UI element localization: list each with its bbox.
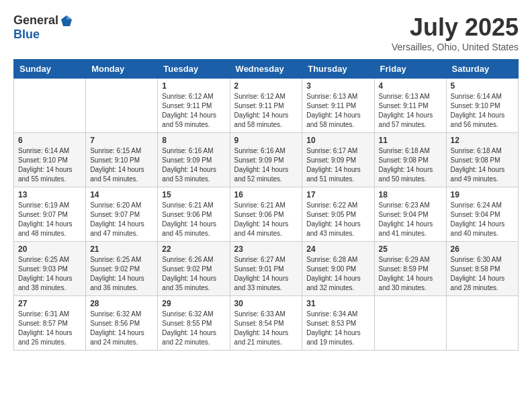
calendar-cell: 26Sunrise: 6:30 AM Sunset: 8:58 PM Dayli… — [446, 242, 518, 296]
calendar-cell: 30Sunrise: 6:33 AM Sunset: 8:54 PM Dayli… — [230, 296, 302, 351]
calendar-cell: 19Sunrise: 6:24 AM Sunset: 9:04 PM Dayli… — [446, 187, 518, 242]
calendar-cell: 14Sunrise: 6:20 AM Sunset: 9:07 PM Dayli… — [86, 187, 158, 242]
day-info: Sunrise: 6:25 AM Sunset: 9:02 PM Dayligh… — [90, 255, 153, 293]
day-info: Sunrise: 6:26 AM Sunset: 9:02 PM Dayligh… — [162, 255, 225, 293]
calendar-header-friday: Friday — [374, 60, 446, 79]
day-info: Sunrise: 6:17 AM Sunset: 9:09 PM Dayligh… — [306, 146, 369, 184]
day-info: Sunrise: 6:16 AM Sunset: 9:09 PM Dayligh… — [234, 146, 298, 184]
calendar-week-2: 6Sunrise: 6:14 AM Sunset: 9:10 PM Daylig… — [14, 133, 519, 187]
day-number: 9 — [234, 136, 298, 145]
day-number: 5 — [451, 81, 514, 91]
calendar-cell: 9Sunrise: 6:16 AM Sunset: 9:09 PM Daylig… — [230, 133, 302, 187]
calendar-cell: 3Sunrise: 6:13 AM Sunset: 9:11 PM Daylig… — [302, 79, 374, 133]
calendar-cell: 4Sunrise: 6:13 AM Sunset: 9:11 PM Daylig… — [374, 79, 446, 133]
day-info: Sunrise: 6:21 AM Sunset: 9:06 PM Dayligh… — [234, 201, 298, 238]
calendar-cell: 7Sunrise: 6:15 AM Sunset: 9:10 PM Daylig… — [86, 133, 158, 187]
calendar-cell — [446, 296, 518, 351]
calendar-cell: 21Sunrise: 6:25 AM Sunset: 9:02 PM Dayli… — [86, 242, 158, 296]
calendar-cell — [374, 296, 446, 351]
day-info: Sunrise: 6:18 AM Sunset: 9:08 PM Dayligh… — [451, 146, 514, 184]
calendar-cell: 28Sunrise: 6:32 AM Sunset: 8:56 PM Dayli… — [86, 296, 158, 351]
svg-marker-1 — [66, 15, 72, 19]
calendar-cell — [14, 79, 86, 133]
day-number: 7 — [90, 136, 153, 145]
calendar-cell: 6Sunrise: 6:14 AM Sunset: 9:10 PM Daylig… — [14, 133, 86, 187]
day-number: 21 — [90, 244, 153, 254]
day-info: Sunrise: 6:12 AM Sunset: 9:11 PM Dayligh… — [234, 92, 298, 130]
day-number: 28 — [90, 299, 153, 308]
day-info: Sunrise: 6:20 AM Sunset: 9:07 PM Dayligh… — [90, 201, 153, 238]
calendar-header-saturday: Saturday — [446, 60, 518, 79]
day-info: Sunrise: 6:32 AM Sunset: 8:56 PM Dayligh… — [90, 310, 153, 347]
calendar-cell: 24Sunrise: 6:28 AM Sunset: 9:00 PM Dayli… — [302, 242, 374, 296]
day-number: 13 — [18, 190, 81, 199]
page-header: General Blue July 2025 Versailles, Ohio,… — [13, 13, 519, 52]
day-info: Sunrise: 6:23 AM Sunset: 9:04 PM Dayligh… — [379, 201, 442, 238]
day-info: Sunrise: 6:32 AM Sunset: 8:55 PM Dayligh… — [162, 310, 225, 347]
day-info: Sunrise: 6:22 AM Sunset: 9:05 PM Dayligh… — [306, 201, 369, 238]
calendar-header-sunday: Sunday — [14, 60, 86, 79]
day-info: Sunrise: 6:18 AM Sunset: 9:08 PM Dayligh… — [379, 146, 442, 184]
day-number: 2 — [234, 81, 298, 91]
calendar-table: SundayMondayTuesdayWednesdayThursdayFrid… — [13, 59, 519, 351]
day-info: Sunrise: 6:14 AM Sunset: 9:10 PM Dayligh… — [18, 146, 81, 184]
calendar-cell: 17Sunrise: 6:22 AM Sunset: 9:05 PM Dayli… — [302, 187, 374, 242]
day-number: 6 — [18, 136, 81, 145]
day-number: 14 — [90, 190, 153, 199]
day-info: Sunrise: 6:31 AM Sunset: 8:57 PM Dayligh… — [18, 310, 81, 347]
day-info: Sunrise: 6:21 AM Sunset: 9:06 PM Dayligh… — [162, 201, 225, 238]
day-number: 26 — [451, 244, 514, 254]
logo: General Blue — [13, 13, 73, 42]
calendar-cell: 8Sunrise: 6:16 AM Sunset: 9:09 PM Daylig… — [158, 133, 230, 187]
day-number: 4 — [379, 81, 442, 91]
calendar-header-row: SundayMondayTuesdayWednesdayThursdayFrid… — [14, 60, 519, 79]
day-number: 31 — [306, 299, 369, 308]
day-number: 29 — [162, 299, 225, 308]
day-number: 25 — [379, 244, 442, 254]
day-number: 24 — [306, 244, 369, 254]
day-number: 10 — [306, 136, 369, 145]
calendar-cell: 12Sunrise: 6:18 AM Sunset: 9:08 PM Dayli… — [446, 133, 518, 187]
day-number: 22 — [162, 244, 225, 254]
calendar-header-tuesday: Tuesday — [158, 60, 230, 79]
location-subtitle: Versailles, Ohio, United States — [392, 42, 519, 52]
day-info: Sunrise: 6:30 AM Sunset: 8:58 PM Dayligh… — [451, 255, 514, 293]
day-number: 1 — [162, 81, 225, 91]
day-number: 20 — [18, 244, 81, 254]
day-number: 3 — [306, 81, 369, 91]
calendar-cell: 1Sunrise: 6:12 AM Sunset: 9:11 PM Daylig… — [158, 79, 230, 133]
day-number: 16 — [234, 190, 298, 199]
day-number: 23 — [234, 244, 298, 254]
calendar-cell: 16Sunrise: 6:21 AM Sunset: 9:06 PM Dayli… — [230, 187, 302, 242]
month-year-title: July 2025 — [392, 13, 519, 42]
day-info: Sunrise: 6:33 AM Sunset: 8:54 PM Dayligh… — [234, 310, 298, 347]
day-number: 27 — [18, 299, 81, 308]
day-info: Sunrise: 6:24 AM Sunset: 9:04 PM Dayligh… — [451, 201, 514, 238]
logo-icon — [60, 14, 73, 28]
calendar-cell: 22Sunrise: 6:26 AM Sunset: 9:02 PM Dayli… — [158, 242, 230, 296]
day-number: 17 — [306, 190, 369, 199]
logo-general-text: General — [13, 13, 58, 28]
calendar-cell — [86, 79, 158, 133]
calendar-cell: 11Sunrise: 6:18 AM Sunset: 9:08 PM Dayli… — [374, 133, 446, 187]
day-number: 11 — [379, 136, 442, 145]
day-info: Sunrise: 6:13 AM Sunset: 9:11 PM Dayligh… — [306, 92, 369, 130]
logo-blue-text: Blue — [13, 28, 40, 42]
calendar-cell: 2Sunrise: 6:12 AM Sunset: 9:11 PM Daylig… — [230, 79, 302, 133]
calendar-cell: 27Sunrise: 6:31 AM Sunset: 8:57 PM Dayli… — [14, 296, 86, 351]
day-info: Sunrise: 6:34 AM Sunset: 8:53 PM Dayligh… — [306, 310, 369, 347]
day-info: Sunrise: 6:12 AM Sunset: 9:11 PM Dayligh… — [162, 92, 225, 130]
calendar-cell: 29Sunrise: 6:32 AM Sunset: 8:55 PM Dayli… — [158, 296, 230, 351]
calendar-cell: 18Sunrise: 6:23 AM Sunset: 9:04 PM Dayli… — [374, 187, 446, 242]
day-info: Sunrise: 6:13 AM Sunset: 9:11 PM Dayligh… — [379, 92, 442, 130]
calendar-cell: 13Sunrise: 6:19 AM Sunset: 9:07 PM Dayli… — [14, 187, 86, 242]
day-info: Sunrise: 6:28 AM Sunset: 9:00 PM Dayligh… — [306, 255, 369, 293]
day-number: 18 — [379, 190, 442, 199]
calendar-cell: 31Sunrise: 6:34 AM Sunset: 8:53 PM Dayli… — [302, 296, 374, 351]
day-number: 12 — [451, 136, 514, 145]
calendar-week-3: 13Sunrise: 6:19 AM Sunset: 9:07 PM Dayli… — [14, 187, 519, 242]
calendar-cell: 25Sunrise: 6:29 AM Sunset: 8:59 PM Dayli… — [374, 242, 446, 296]
calendar-week-4: 20Sunrise: 6:25 AM Sunset: 9:03 PM Dayli… — [14, 242, 519, 296]
day-info: Sunrise: 6:29 AM Sunset: 8:59 PM Dayligh… — [379, 255, 442, 293]
calendar-header-wednesday: Wednesday — [230, 60, 302, 79]
